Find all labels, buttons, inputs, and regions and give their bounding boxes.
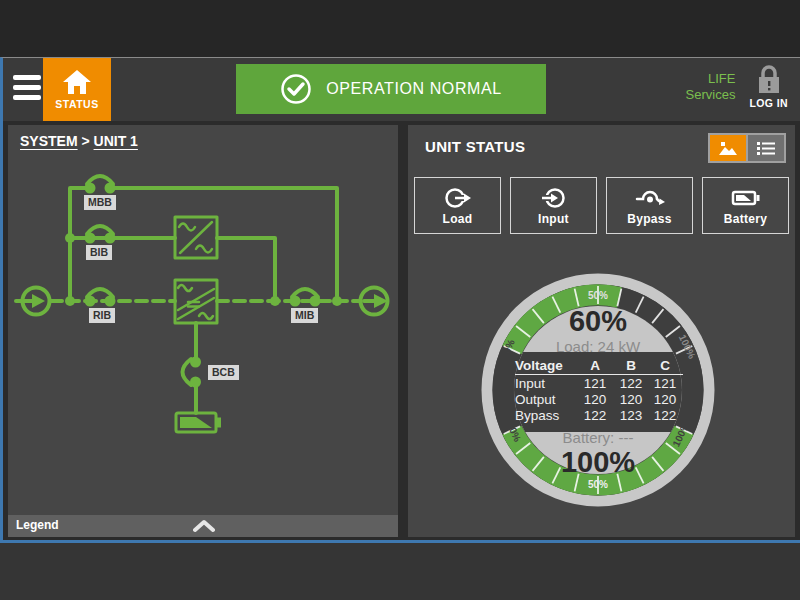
- login-label: LOG IN: [749, 97, 788, 109]
- breaker-label-bcb: BCB: [208, 365, 239, 380]
- breadcrumb-unit1-link[interactable]: UNIT 1: [94, 133, 138, 149]
- menu-icon[interactable]: [13, 75, 43, 103]
- mbb-bypass-line: [114, 188, 337, 296]
- tab-status[interactable]: STATUS: [43, 58, 111, 121]
- batt-scale-mid: 50%: [588, 479, 608, 490]
- breadcrumb-separator: >: [81, 133, 89, 149]
- one-line-diagram: [8, 125, 398, 515]
- operation-status-banner: OPERATION NORMAL: [236, 64, 546, 114]
- load-icon: [444, 186, 472, 210]
- breaker-label-mbb: MBB: [84, 195, 116, 210]
- row-bypass-label: Bypass: [515, 408, 577, 423]
- list-view-button[interactable]: [748, 135, 784, 161]
- legend-label: Legend: [16, 518, 59, 532]
- chevron-up-icon: [193, 519, 215, 533]
- legend-expander[interactable]: Legend: [8, 515, 398, 537]
- content-area: SYSTEM > UNIT 1: [3, 121, 800, 540]
- voltage-table: Voltage A B C Input 121 122 121 Output 1…: [515, 356, 683, 423]
- load-button[interactable]: Load: [414, 177, 501, 234]
- meter-buttons-row: Load Input: [414, 177, 789, 234]
- status-tab-label: STATUS: [55, 98, 98, 110]
- row-input-c: 121: [649, 376, 681, 391]
- lock-icon: [756, 65, 782, 95]
- battery-symbol: [176, 413, 221, 432]
- header-right-group: LIFE Services LOG IN: [686, 65, 788, 109]
- home-icon: [62, 69, 92, 95]
- input-arrowhead: [32, 294, 45, 308]
- login-button[interactable]: LOG IN: [749, 65, 788, 109]
- check-circle-icon: [280, 73, 312, 105]
- bcb-breaker-arc: [183, 359, 192, 385]
- row-output-a: 120: [577, 392, 613, 407]
- list-icon: [756, 140, 776, 157]
- input-button[interactable]: Input: [510, 177, 597, 234]
- voltage-header-c: C: [649, 358, 681, 373]
- battery-status-value: Battery: ---: [478, 429, 718, 446]
- battery-button-label: Battery: [724, 212, 767, 226]
- bypass-out-line: [217, 238, 275, 296]
- life-services-label: LIFE Services: [686, 71, 736, 102]
- voltage-header-name: Voltage: [515, 358, 577, 373]
- table-row-bypass: Bypass 122 123 122: [515, 407, 683, 423]
- mimic-panel: SYSTEM > UNIT 1: [8, 125, 398, 537]
- battery-icon: [731, 186, 761, 210]
- ups-touchscreen: STATUS OPERATION NORMAL LIFE Services: [0, 57, 800, 543]
- load-scale-mid: 50%: [588, 290, 608, 301]
- row-input-label: Input: [515, 376, 577, 391]
- bezel-bottom: [0, 543, 800, 600]
- input-icon: [540, 186, 568, 210]
- rectifier-inverter-box: [175, 280, 217, 323]
- load-battery-gauge: 0% 50% 100% 0% 50% 100% 60% Load: 24 kW …: [478, 270, 718, 510]
- life-services-line1: LIFE: [686, 71, 736, 87]
- battery-percent-value: 100%: [478, 446, 718, 479]
- row-bypass-c: 122: [649, 408, 681, 423]
- voltage-header-b: B: [613, 358, 649, 373]
- breaker-label-bib: BIB: [86, 245, 112, 260]
- graphic-view-button[interactable]: [710, 135, 746, 161]
- picture-icon: [717, 140, 739, 157]
- view-toggle: [708, 133, 786, 163]
- row-bypass-b: 123: [613, 408, 649, 423]
- row-output-label: Output: [515, 392, 577, 407]
- row-input-b: 122: [613, 376, 649, 391]
- load-button-label: Load: [443, 212, 473, 226]
- bypass-icon: [635, 186, 665, 210]
- voltage-table-header: Voltage A B C: [515, 356, 683, 375]
- static-switch-box: [175, 217, 217, 258]
- bypass-button-label: Bypass: [627, 212, 672, 226]
- row-output-b: 120: [613, 392, 649, 407]
- breaker-label-rib: RIB: [89, 308, 115, 323]
- input-button-label: Input: [538, 212, 569, 226]
- row-input-a: 121: [577, 376, 613, 391]
- table-row-input: Input 121 122 121: [515, 375, 683, 391]
- life-services-line2: Services: [686, 87, 736, 103]
- unit-status-title: UNIT STATUS: [425, 138, 525, 155]
- row-bypass-a: 122: [577, 408, 613, 423]
- breadcrumb-system-link[interactable]: SYSTEM: [20, 133, 78, 149]
- voltage-header-a: A: [577, 358, 613, 373]
- load-percent-value: 60%: [478, 305, 718, 338]
- battery-button[interactable]: Battery: [702, 177, 789, 234]
- breadcrumb: SYSTEM > UNIT 1: [20, 133, 138, 149]
- unit-status-panel: UNIT STATUS: [408, 125, 795, 537]
- load-kw-value: Load: 24 kW: [478, 338, 718, 355]
- row-output-c: 120: [649, 392, 681, 407]
- table-row-output: Output 120 120 120: [515, 391, 683, 407]
- bypass-button[interactable]: Bypass: [606, 177, 693, 234]
- operation-status-text: OPERATION NORMAL: [326, 80, 502, 98]
- header-bar: STATUS OPERATION NORMAL LIFE Services: [3, 58, 800, 121]
- breaker-label-mib: MIB: [291, 308, 318, 323]
